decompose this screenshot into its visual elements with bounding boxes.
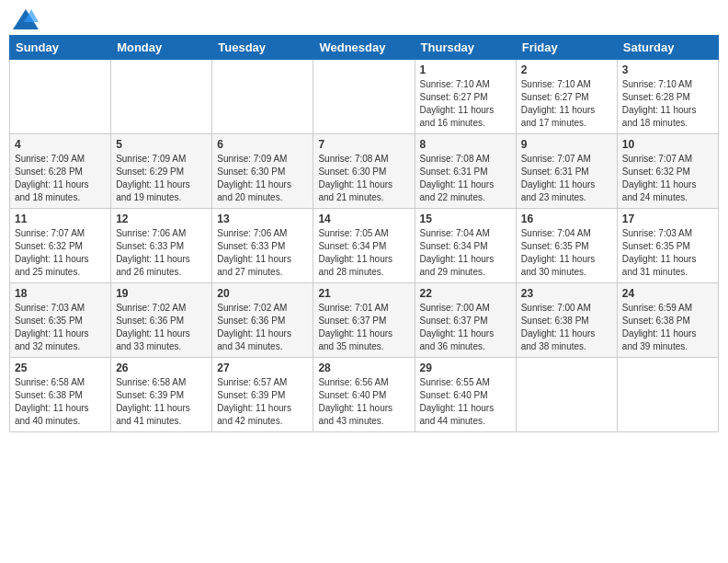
day-number: 11 <box>15 213 106 225</box>
day-number: 12 <box>116 213 207 225</box>
calendar-week-row: 1Sunrise: 7:10 AM Sunset: 6:27 PM Daylig… <box>10 60 719 134</box>
day-info: Sunrise: 7:03 AM Sunset: 6:35 PM Dayligh… <box>15 302 106 353</box>
logo <box>13 9 42 29</box>
weekday-header-monday: Monday <box>111 36 212 60</box>
calendar-cell: 29Sunrise: 6:55 AM Sunset: 6:40 PM Dayli… <box>415 358 516 432</box>
day-number: 7 <box>318 138 409 151</box>
calendar-cell: 27Sunrise: 6:57 AM Sunset: 6:39 PM Dayli… <box>212 358 313 432</box>
day-info: Sunrise: 7:06 AM Sunset: 6:33 PM Dayligh… <box>116 227 207 279</box>
calendar-cell <box>617 358 718 432</box>
calendar-cell: 5Sunrise: 7:09 AM Sunset: 6:29 PM Daylig… <box>111 134 212 209</box>
calendar-cell: 22Sunrise: 7:00 AM Sunset: 6:37 PM Dayli… <box>415 283 516 358</box>
day-number: 27 <box>217 362 308 374</box>
day-number: 3 <box>622 63 713 76</box>
day-number: 17 <box>622 213 713 225</box>
calendar-week-row: 4Sunrise: 7:09 AM Sunset: 6:28 PM Daylig… <box>10 134 719 209</box>
calendar-cell: 12Sunrise: 7:06 AM Sunset: 6:33 PM Dayli… <box>111 209 212 283</box>
day-info: Sunrise: 7:00 AM Sunset: 6:38 PM Dayligh… <box>521 302 612 353</box>
day-number: 14 <box>318 213 409 225</box>
calendar-cell <box>212 60 313 134</box>
calendar-cell: 18Sunrise: 7:03 AM Sunset: 6:35 PM Dayli… <box>10 283 111 358</box>
day-info: Sunrise: 7:03 AM Sunset: 6:35 PM Dayligh… <box>622 227 713 279</box>
day-info: Sunrise: 7:08 AM Sunset: 6:31 PM Dayligh… <box>420 153 511 204</box>
day-info: Sunrise: 7:01 AM Sunset: 6:37 PM Dayligh… <box>318 302 409 353</box>
day-number: 5 <box>116 138 207 151</box>
calendar-header-row: SundayMondayTuesdayWednesdayThursdayFrid… <box>10 36 719 60</box>
calendar-body: 1Sunrise: 7:10 AM Sunset: 6:27 PM Daylig… <box>10 60 719 432</box>
calendar-cell: 2Sunrise: 7:10 AM Sunset: 6:27 PM Daylig… <box>516 60 617 134</box>
day-info: Sunrise: 7:07 AM Sunset: 6:32 PM Dayligh… <box>15 227 106 279</box>
day-info: Sunrise: 6:55 AM Sunset: 6:40 PM Dayligh… <box>420 376 511 428</box>
day-number: 26 <box>116 362 207 374</box>
weekday-header-sunday: Sunday <box>10 36 111 60</box>
weekday-header-thursday: Thursday <box>415 36 516 60</box>
day-number: 21 <box>318 287 409 300</box>
day-info: Sunrise: 7:08 AM Sunset: 6:30 PM Dayligh… <box>318 153 409 204</box>
day-info: Sunrise: 7:10 AM Sunset: 6:28 PM Dayligh… <box>622 78 713 130</box>
day-number: 19 <box>116 287 207 300</box>
day-info: Sunrise: 7:10 AM Sunset: 6:27 PM Dayligh… <box>521 78 612 130</box>
day-info: Sunrise: 6:58 AM Sunset: 6:38 PM Dayligh… <box>15 376 106 428</box>
day-number: 29 <box>420 362 511 374</box>
day-info: Sunrise: 6:59 AM Sunset: 6:38 PM Dayligh… <box>622 302 713 353</box>
calendar-cell: 15Sunrise: 7:04 AM Sunset: 6:34 PM Dayli… <box>415 209 516 283</box>
calendar-cell: 26Sunrise: 6:58 AM Sunset: 6:39 PM Dayli… <box>111 358 212 432</box>
day-number: 13 <box>217 213 308 225</box>
calendar-cell <box>516 358 617 432</box>
day-number: 1 <box>420 63 511 76</box>
calendar-cell: 7Sunrise: 7:08 AM Sunset: 6:30 PM Daylig… <box>313 134 415 209</box>
calendar-cell <box>111 60 212 134</box>
day-info: Sunrise: 7:06 AM Sunset: 6:33 PM Dayligh… <box>217 227 308 279</box>
calendar-cell: 6Sunrise: 7:09 AM Sunset: 6:30 PM Daylig… <box>212 134 313 209</box>
calendar-week-row: 11Sunrise: 7:07 AM Sunset: 6:32 PM Dayli… <box>10 209 719 283</box>
calendar-week-row: 18Sunrise: 7:03 AM Sunset: 6:35 PM Dayli… <box>10 283 719 358</box>
day-number: 24 <box>622 287 713 300</box>
day-info: Sunrise: 7:09 AM Sunset: 6:30 PM Dayligh… <box>217 153 308 204</box>
day-number: 20 <box>217 287 308 300</box>
day-info: Sunrise: 6:58 AM Sunset: 6:39 PM Dayligh… <box>116 376 207 428</box>
day-number: 2 <box>521 63 612 76</box>
calendar-cell: 17Sunrise: 7:03 AM Sunset: 6:35 PM Dayli… <box>617 209 718 283</box>
calendar-cell: 24Sunrise: 6:59 AM Sunset: 6:38 PM Dayli… <box>617 283 718 358</box>
day-number: 9 <box>521 138 612 151</box>
calendar-cell: 19Sunrise: 7:02 AM Sunset: 6:36 PM Dayli… <box>111 283 212 358</box>
logo-icon <box>13 9 39 29</box>
calendar-cell: 11Sunrise: 7:07 AM Sunset: 6:32 PM Dayli… <box>10 209 111 283</box>
calendar-cell: 23Sunrise: 7:00 AM Sunset: 6:38 PM Dayli… <box>516 283 617 358</box>
day-info: Sunrise: 7:07 AM Sunset: 6:31 PM Dayligh… <box>521 153 612 204</box>
day-info: Sunrise: 7:09 AM Sunset: 6:29 PM Dayligh… <box>116 153 207 204</box>
weekday-header-friday: Friday <box>516 36 617 60</box>
calendar-cell <box>313 60 415 134</box>
day-number: 6 <box>217 138 308 151</box>
day-info: Sunrise: 7:02 AM Sunset: 6:36 PM Dayligh… <box>116 302 207 353</box>
day-info: Sunrise: 7:02 AM Sunset: 6:36 PM Dayligh… <box>217 302 308 353</box>
day-number: 8 <box>420 138 511 151</box>
day-number: 28 <box>318 362 409 374</box>
day-number: 18 <box>15 287 106 300</box>
calendar-cell: 9Sunrise: 7:07 AM Sunset: 6:31 PM Daylig… <box>516 134 617 209</box>
day-number: 25 <box>15 362 106 374</box>
calendar-cell: 25Sunrise: 6:58 AM Sunset: 6:38 PM Dayli… <box>10 358 111 432</box>
calendar-cell: 1Sunrise: 7:10 AM Sunset: 6:27 PM Daylig… <box>415 60 516 134</box>
calendar-cell: 21Sunrise: 7:01 AM Sunset: 6:37 PM Dayli… <box>313 283 415 358</box>
weekday-header-saturday: Saturday <box>617 36 718 60</box>
calendar-table: SundayMondayTuesdayWednesdayThursdayFrid… <box>9 35 719 432</box>
calendar-cell: 4Sunrise: 7:09 AM Sunset: 6:28 PM Daylig… <box>10 134 111 209</box>
calendar-week-row: 25Sunrise: 6:58 AM Sunset: 6:38 PM Dayli… <box>10 358 719 432</box>
day-info: Sunrise: 7:04 AM Sunset: 6:34 PM Dayligh… <box>420 227 511 279</box>
calendar-cell: 20Sunrise: 7:02 AM Sunset: 6:36 PM Dayli… <box>212 283 313 358</box>
page-header <box>9 9 719 29</box>
day-info: Sunrise: 6:56 AM Sunset: 6:40 PM Dayligh… <box>318 376 409 428</box>
day-info: Sunrise: 7:07 AM Sunset: 6:32 PM Dayligh… <box>622 153 713 204</box>
day-number: 23 <box>521 287 612 300</box>
day-info: Sunrise: 7:00 AM Sunset: 6:37 PM Dayligh… <box>420 302 511 353</box>
day-number: 22 <box>420 287 511 300</box>
day-info: Sunrise: 6:57 AM Sunset: 6:39 PM Dayligh… <box>217 376 308 428</box>
calendar-cell: 3Sunrise: 7:10 AM Sunset: 6:28 PM Daylig… <box>617 60 718 134</box>
weekday-header-wednesday: Wednesday <box>313 36 415 60</box>
calendar-cell: 16Sunrise: 7:04 AM Sunset: 6:35 PM Dayli… <box>516 209 617 283</box>
day-info: Sunrise: 7:04 AM Sunset: 6:35 PM Dayligh… <box>521 227 612 279</box>
day-number: 16 <box>521 213 612 225</box>
calendar-cell: 13Sunrise: 7:06 AM Sunset: 6:33 PM Dayli… <box>212 209 313 283</box>
day-info: Sunrise: 7:09 AM Sunset: 6:28 PM Dayligh… <box>15 153 106 204</box>
